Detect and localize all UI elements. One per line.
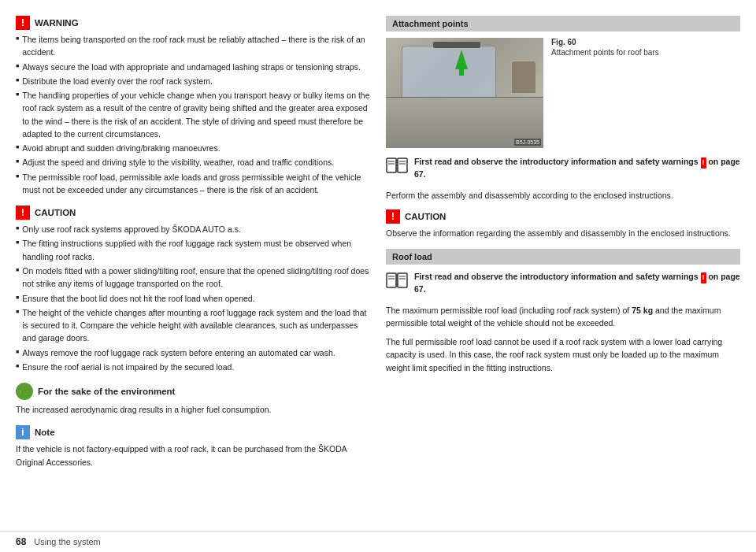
warning-item-1: The items being transported on the roof … bbox=[16, 33, 370, 59]
book-icon bbox=[386, 157, 408, 174]
figure-container: B5J-0535 Fig. 60 Attachment points for r… bbox=[386, 38, 740, 148]
caution-content-left: Only use roof rack systems approved by Š… bbox=[16, 223, 370, 373]
caution-item-1: Only use roof rack systems approved by Š… bbox=[16, 223, 370, 235]
warning-item-5: Avoid abrupt and sudden driving/braking … bbox=[16, 142, 370, 154]
right-column: Attachment points bbox=[386, 16, 740, 523]
attachment-header: Attachment points bbox=[386, 16, 740, 31]
warning-content: The items being transported on the roof … bbox=[16, 33, 370, 196]
caution-item-5: The height of the vehicle changes after … bbox=[16, 306, 370, 345]
roof-load-section: Roof load First read and observe the int… bbox=[386, 249, 740, 374]
caution-item-6: Always remove the roof luggage rack syst… bbox=[16, 346, 370, 359]
environment-icon: 🌿 bbox=[16, 383, 33, 400]
figure-label: Fig. 60 Attachment points for roof bars bbox=[551, 38, 659, 148]
warn-ref-icon-1: ! bbox=[701, 157, 706, 169]
read-first-attachment: First read and observe the introductory … bbox=[386, 156, 740, 181]
svg-rect-7 bbox=[387, 273, 396, 287]
footer-text: Using the system bbox=[34, 537, 100, 546]
figure-caption: Attachment points for roof bars bbox=[551, 48, 659, 57]
note-content: If the vehicle is not factory-equipped w… bbox=[16, 443, 370, 469]
read-first-text-roof: First read and observe the introductory … bbox=[414, 271, 740, 296]
warning-item-3: Distribute the load evenly over the roof… bbox=[16, 75, 370, 87]
caution-box-right: ! CAUTION Observe the information regard… bbox=[386, 209, 740, 239]
warning-item-6: Adjust the speed and driving style to th… bbox=[16, 156, 370, 169]
environment-box: 🌿 For the sake of the environment The in… bbox=[16, 383, 370, 416]
warning-item-4: The handling properties of your vehicle … bbox=[16, 89, 370, 140]
caution-item-7: Ensure the roof aerial is not impaired b… bbox=[16, 361, 370, 373]
page-footer: 68 Using the system bbox=[0, 531, 756, 552]
warn-ref-icon-2: ! bbox=[701, 272, 706, 283]
image-watermark: B5J-0535 bbox=[514, 139, 541, 146]
left-column: ! WARNING The items being transported on… bbox=[16, 16, 370, 523]
svg-rect-0 bbox=[387, 158, 396, 172]
roof-load-header: Roof load bbox=[386, 249, 740, 265]
caution-title-right: CAUTION bbox=[405, 212, 446, 221]
note-icon: i bbox=[16, 425, 30, 439]
note-box: i Note If the vehicle is not factory-equ… bbox=[16, 425, 370, 469]
figure-image: B5J-0535 bbox=[386, 38, 543, 148]
warning-item-2: Always secure the load with appropriate … bbox=[16, 61, 370, 73]
figure-number: Fig. 60 bbox=[551, 38, 659, 46]
attachment-section: Attachment points bbox=[386, 16, 740, 239]
svg-rect-8 bbox=[398, 273, 407, 287]
svg-rect-1 bbox=[398, 158, 407, 172]
caution-item-4: Ensure that the boot lid does not hit th… bbox=[16, 292, 370, 305]
warning-item-7: The permissible roof load, permissible a… bbox=[16, 171, 370, 197]
caution-box-left: ! CAUTION Only use roof rack systems app… bbox=[16, 206, 370, 373]
warning-icon: ! bbox=[16, 16, 30, 30]
caution-title-left: CAUTION bbox=[35, 208, 76, 217]
caution-content-right: Observe the information regarding the as… bbox=[386, 227, 740, 239]
environment-title: For the sake of the environment bbox=[38, 387, 175, 396]
warning-box: ! WARNING The items being transported on… bbox=[16, 16, 370, 196]
page-number: 68 bbox=[16, 536, 26, 547]
read-first-roof: First read and observe the introductory … bbox=[386, 271, 740, 296]
note-title: Note bbox=[35, 428, 55, 437]
caution-icon-right: ! bbox=[386, 209, 400, 224]
roof-load-body1: The maximum permissible roof load (inclu… bbox=[386, 304, 740, 330]
read-first-text-attachment: First read and observe the introductory … bbox=[414, 156, 740, 181]
caution-item-2: The fitting instructions supplied with t… bbox=[16, 237, 370, 263]
roof-load-body2: The full permissible roof load cannot be… bbox=[386, 335, 740, 374]
caution-item-3: On models fitted with a power sliding/ti… bbox=[16, 265, 370, 291]
environment-content: The increased aerodynamic drag results i… bbox=[16, 403, 370, 416]
perform-text: Perform the assembly and disassembly acc… bbox=[386, 189, 740, 202]
caution-icon-left: ! bbox=[16, 206, 30, 220]
warning-title: WARNING bbox=[35, 18, 79, 28]
book-icon-2 bbox=[386, 272, 408, 289]
